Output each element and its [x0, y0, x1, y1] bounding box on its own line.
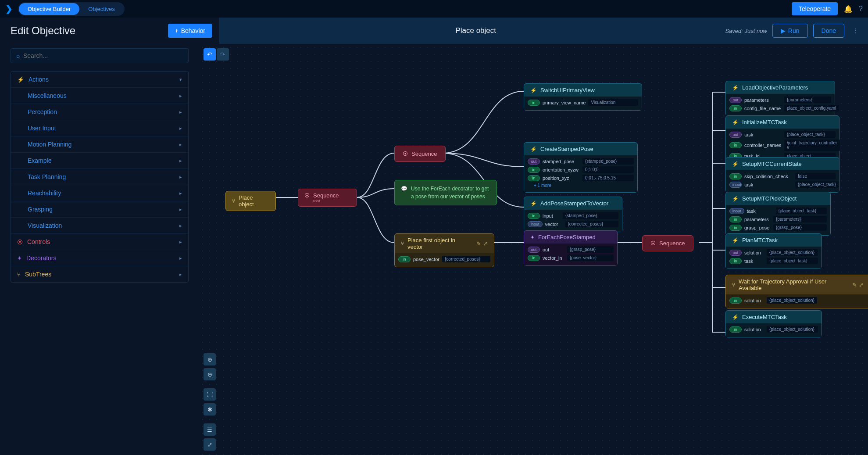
add-behavior-button[interactable]: + Behavior — [168, 24, 212, 38]
port-value[interactable]: Visualization — [588, 99, 638, 106]
teleoperate-button[interactable]: Teleoperate — [792, 2, 838, 15]
search-box[interactable]: ⌕ — [11, 48, 189, 63]
sub-header: Edit Objective + Behavior Place object S… — [0, 18, 868, 44]
port-value[interactable]: {place_object_task} — [776, 208, 827, 214]
logo-icon[interactable]: ❯ — [5, 4, 13, 14]
node-title: SetupMTCCurrentState — [742, 161, 802, 167]
port-name: skip_collision_check — [744, 174, 793, 179]
graph-canvas[interactable]: ↶ ↷ ⊕ ⊖ ⛶ ✱ ☰ ⤢ — [199, 44, 868, 455]
port-name: solution — [744, 250, 764, 255]
tree-visualization[interactable]: Visualization▸ — [11, 218, 188, 234]
node-place-object[interactable]: ⑂Place object — [225, 191, 276, 211]
done-button[interactable]: Done — [813, 24, 844, 38]
port-value[interactable]: {parameters} — [773, 216, 827, 222]
tree-motion[interactable]: Motion Planning▸ — [11, 136, 188, 153]
node-load-params[interactable]: ⚡LoadObjectiveParameters outparameters{p… — [725, 81, 835, 116]
more-ports-link[interactable]: + 1 more — [528, 182, 634, 189]
zoom-in-button[interactable]: ⊕ — [204, 353, 216, 365]
port-inout-badge: inout — [729, 182, 742, 188]
tree-subtrees[interactable]: ⑂SubTrees ▸ — [11, 266, 188, 282]
expand-icon[interactable]: ⤢ — [859, 282, 864, 288]
tree-decorators-label: Decorators — [26, 254, 56, 262]
port-value[interactable]: {place_object_solution} — [767, 326, 818, 333]
node-foreach[interactable]: ✦ForEachPoseStamped outout{grasp_pose} i… — [524, 230, 618, 266]
port-value[interactable]: {corrected_poses} — [565, 221, 618, 227]
node-sequence-root[interactable]: ⦿Sequence root — [298, 189, 357, 207]
port-value[interactable]: {pose_vector} — [567, 254, 614, 261]
run-button[interactable]: ▶ Run — [772, 24, 808, 38]
more-icon[interactable]: ⋮ — [850, 27, 861, 34]
port-in-badge: in — [729, 225, 742, 231]
fullscreen-button[interactable]: ⤢ — [204, 438, 216, 451]
node-create-pose[interactable]: ⚡CreateStampedPose outstamped_pose{stamp… — [524, 142, 638, 193]
wand-icon: ✦ — [17, 255, 22, 262]
redo-button[interactable]: ↷ — [217, 48, 229, 61]
tree-task-planning[interactable]: Task Planning▸ — [11, 169, 188, 185]
port-value[interactable]: false — [795, 173, 836, 179]
saved-status: Saved: Just now — [725, 28, 767, 34]
tree-example[interactable]: Example▸ — [11, 153, 188, 169]
chevron-right-icon: ▸ — [179, 109, 182, 115]
tab-objective-builder[interactable]: Objective Builder — [19, 3, 79, 15]
tree-controls[interactable]: ⦿Controls ▸ — [11, 234, 188, 250]
port-value[interactable]: 0;1;0;0 — [582, 166, 634, 173]
port-value[interactable]: {place_object_task} — [767, 258, 818, 264]
node-switch-ui[interactable]: ⚡SwitchUIPrimaryView inprimary_view_name… — [524, 83, 642, 111]
port-value[interactable]: 0.01;-.75;0.5.15 — [582, 175, 634, 181]
tree-perception[interactable]: Perception▸ — [11, 104, 188, 120]
node-execute-mtc[interactable]: ⚡ExecuteMTCTask insolution{place_object_… — [725, 310, 822, 337]
node-add-pose[interactable]: ⚡AddPoseStampedToVector ininput{stamped_… — [524, 197, 622, 232]
tree-decorators[interactable]: ✦Decorators ▸ — [11, 250, 188, 266]
search-icon: ⌕ — [16, 52, 20, 59]
tree-user-input[interactable]: User Input▸ — [11, 120, 188, 136]
port-value[interactable]: {stamped_pose} — [563, 212, 618, 219]
collapse-button[interactable]: ✱ — [204, 403, 216, 416]
port-in-badge: in — [528, 255, 540, 261]
help-icon[interactable]: ? — [859, 5, 863, 13]
list-button[interactable]: ☰ — [204, 423, 216, 436]
node-plan-mtc[interactable]: ⚡PlanMTCTask outsolution{place_object_so… — [725, 233, 822, 269]
tree-misc[interactable]: Miscellaneous▸ — [11, 88, 188, 104]
port-value[interactable]: {place_object_solution} — [767, 297, 817, 304]
port-value[interactable]: {parameters} — [784, 97, 831, 103]
port-value[interactable]: {grasp_pose} — [773, 224, 827, 231]
tree-grasping[interactable]: Grasping▸ — [11, 201, 188, 218]
node-sequence-3[interactable]: ⦿Sequence — [642, 235, 693, 251]
edit-icon[interactable]: ✎ — [476, 240, 481, 247]
chevron-right-icon: ▸ — [179, 190, 182, 196]
zoom-out-button[interactable]: ⊖ — [204, 368, 216, 380]
port-value[interactable]: {place_object_task} — [795, 181, 839, 188]
node-place-first[interactable]: ⑂Place first object in vector✎⤢ inpose_v… — [394, 233, 494, 267]
tree-actions[interactable]: ⚡Actions ▾ — [11, 72, 188, 88]
tab-objectives[interactable]: Objectives — [79, 3, 124, 15]
flow-icon: ⦿ — [304, 193, 310, 199]
port-name: out — [543, 247, 564, 252]
tree-actions-label: Actions — [29, 76, 49, 83]
port-value[interactable]: {place_object_solution} — [767, 249, 818, 256]
search-input[interactable] — [23, 52, 183, 59]
edit-icon[interactable]: ✎ — [852, 282, 857, 288]
node-setup-state[interactable]: ⚡SetupMTCCurrentState inskip_collision_c… — [725, 157, 839, 193]
tree-motion-label: Motion Planning — [28, 141, 71, 148]
tree-reachability[interactable]: Reachability▸ — [11, 185, 188, 201]
node-comment[interactable]: 💬 Use the ForEach decorator to get a pos… — [394, 180, 497, 205]
port-value[interactable]: {corrected_poses} — [442, 256, 490, 262]
port-value[interactable]: {place_object_task} — [784, 131, 836, 138]
fit-button[interactable]: ⛶ — [204, 388, 216, 401]
node-setup-pick[interactable]: ⚡SetupMTCPickObject inouttask{place_obje… — [725, 192, 831, 236]
port-in-badge: in — [729, 216, 742, 222]
chevron-right-icon: ▸ — [179, 272, 182, 277]
node-sequence-inner[interactable]: ⦿Sequence — [394, 146, 446, 162]
port-value[interactable]: {stamped_pose} — [582, 158, 634, 165]
port-value[interactable]: place_object_config.yaml — [784, 105, 839, 111]
port-value[interactable]: {grasp_pose} — [567, 246, 614, 253]
expand-icon[interactable]: ⤢ — [483, 240, 488, 247]
port-name: orientation_xyzw — [543, 167, 580, 172]
port-value[interactable]: /joint_trajectory_controller /r — [784, 140, 840, 151]
lightning-icon: ⚡ — [530, 87, 537, 93]
port-out-badge: out — [729, 132, 742, 138]
port-name: stamped_pose — [543, 159, 580, 164]
bell-icon[interactable]: 🔔 — [844, 5, 853, 13]
node-wait-approval[interactable]: ⑂Wait for Trajectory Approval if User Av… — [725, 275, 868, 308]
undo-button[interactable]: ↶ — [204, 48, 216, 61]
